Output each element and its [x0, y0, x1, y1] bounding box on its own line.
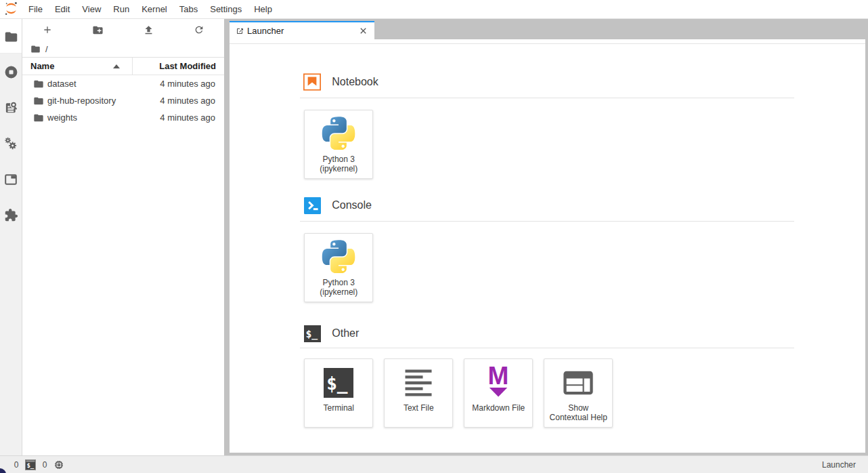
svg-text:M: M: [488, 365, 509, 390]
sidebar-item-extensions[interactable]: [3, 207, 19, 224]
tab-label: Launcher: [247, 26, 284, 36]
kernel-status-group[interactable]: 0 $_ 0: [12, 459, 68, 470]
python-logo-icon: [322, 117, 355, 150]
sidebar-item-settings[interactable]: [3, 136, 19, 152]
window-tab-icon: [4, 173, 18, 186]
text-lines-icon: [401, 365, 436, 400]
file-browser-toolbar-area: /: [22, 19, 224, 58]
jupyterlab-window: File Edit View Run Kernel Tabs Settings …: [0, 0, 868, 473]
refresh-icon: [194, 24, 204, 35]
menu-bar: File Edit View Run Kernel Tabs Settings …: [0, 0, 868, 19]
folder-icon: [4, 30, 18, 44]
sidebar-item-open-tabs[interactable]: [3, 171, 19, 188]
menu-tabs[interactable]: Tabs: [173, 0, 204, 18]
file-listing: dataset 4 minutes ago git-hub-repository…: [22, 75, 224, 126]
launcher-card-notebook-python3[interactable]: Python 3 (ipykernel): [304, 110, 373, 179]
menu-help[interactable]: Help: [248, 0, 278, 18]
python-logo-icon: [322, 240, 355, 273]
sidebar-item-running-sessions[interactable]: [3, 64, 19, 80]
stop-circle-icon: [4, 65, 18, 79]
gears-icon: [4, 137, 18, 150]
card-label: Markdown File: [466, 403, 531, 413]
launcher: Notebook: [230, 39, 865, 453]
card-label: Terminal: [306, 403, 371, 413]
new-launcher-button[interactable]: [22, 19, 73, 41]
refresh-button[interactable]: [174, 19, 225, 41]
file-name: dataset: [47, 79, 77, 89]
activity-bar: [0, 19, 22, 455]
menu-file[interactable]: File: [22, 0, 49, 18]
launcher-card-show-contextual-help[interactable]: Show Contextual Help: [544, 358, 613, 428]
svg-text:$_: $_: [326, 373, 348, 394]
dock-panel: Launcher: [224, 19, 868, 455]
corner-notification-blob: [0, 468, 6, 473]
breadcrumb-path: /: [45, 44, 48, 54]
plus-icon: [42, 24, 53, 35]
section-title: Console: [332, 199, 372, 211]
file-row-dataset[interactable]: dataset 4 minutes ago: [22, 75, 224, 92]
launcher-card-markdown-file[interactable]: M Markdown File: [464, 358, 533, 428]
menu-kernel[interactable]: Kernel: [135, 0, 173, 18]
sidebar-item-inspector[interactable]: [3, 100, 19, 116]
column-header-last-modified[interactable]: Last Modified: [133, 61, 224, 71]
section-divider: [300, 98, 794, 98]
terminal-status-icon: $_: [25, 459, 36, 470]
section-header-console: Console: [300, 197, 794, 214]
terminal-icon: $_: [324, 368, 353, 398]
file-modified: 4 minutes ago: [77, 112, 224, 123]
file-browser-toolbar: [22, 19, 224, 41]
folder-icon: [33, 79, 44, 89]
file-listing-header: Name Last Modified: [22, 58, 224, 75]
file-name: weights: [47, 112, 77, 123]
svg-text:$_: $_: [305, 328, 318, 340]
column-header-modified-label: Last Modified: [159, 61, 216, 71]
svg-text:$_: $_: [26, 462, 34, 469]
console-icon: [303, 197, 321, 214]
file-modified: 4 minutes ago: [77, 79, 224, 89]
sidebar-item-file-browser[interactable]: [3, 28, 19, 45]
launcher-card-text-file[interactable]: Text File: [384, 358, 453, 428]
menu-edit[interactable]: Edit: [49, 0, 76, 18]
terminal-icon: $_: [303, 325, 321, 342]
document-search-icon: [4, 100, 18, 115]
launcher-panel: Notebook: [230, 39, 865, 453]
section-header-notebook: Notebook: [300, 73, 794, 91]
notebook-icon: [303, 73, 321, 91]
launcher-section-console: Console: [300, 197, 794, 302]
column-header-name[interactable]: Name: [22, 58, 133, 75]
new-folder-button[interactable]: [73, 19, 124, 41]
menu-view[interactable]: View: [76, 0, 107, 18]
card-label: Python 3 (ipykernel): [306, 155, 371, 173]
main-area: / Name Last Modified: [0, 19, 868, 455]
card-label: Show Contextual Help: [546, 403, 611, 422]
status-bar: 0 $_ 0 Launcher: [0, 455, 868, 473]
launcher-card-console-python3[interactable]: Python 3 (ipykernel): [304, 233, 373, 302]
menu-settings[interactable]: Settings: [204, 0, 248, 18]
tab-launcher[interactable]: Launcher: [230, 21, 374, 39]
launcher-icon: [236, 27, 244, 35]
file-row-git-hub-repository[interactable]: git-hub-repository 4 minutes ago: [22, 92, 224, 109]
tab-close-button[interactable]: [357, 26, 368, 37]
launcher-card-terminal[interactable]: $_ Terminal: [304, 358, 373, 428]
file-browser-panel: / Name Last Modified: [22, 19, 224, 455]
status-mode-label: Launcher: [822, 460, 856, 470]
launcher-section-notebook: Notebook: [300, 73, 794, 179]
folder-icon: [30, 44, 41, 54]
section-divider: [300, 348, 794, 348]
file-row-weights[interactable]: weights 4 minutes ago: [22, 109, 224, 126]
puzzle-icon: [4, 208, 18, 222]
terminals-count: 0: [12, 460, 21, 470]
markdown-icon: M: [482, 365, 515, 398]
breadcrumb[interactable]: /: [22, 41, 224, 57]
launcher-section-other: $_ Other: [300, 325, 794, 428]
folder-icon: [33, 96, 44, 106]
contextual-help-icon: [561, 365, 596, 400]
kernel-chip-icon: [53, 459, 64, 470]
dock-tab-bar: Launcher: [230, 19, 865, 39]
upload-button[interactable]: [123, 19, 174, 41]
sort-ascending-icon: [113, 64, 120, 68]
folder-icon: [33, 112, 44, 123]
close-icon: [359, 26, 368, 35]
menu-run[interactable]: Run: [107, 0, 135, 18]
section-title: Notebook: [332, 76, 378, 88]
